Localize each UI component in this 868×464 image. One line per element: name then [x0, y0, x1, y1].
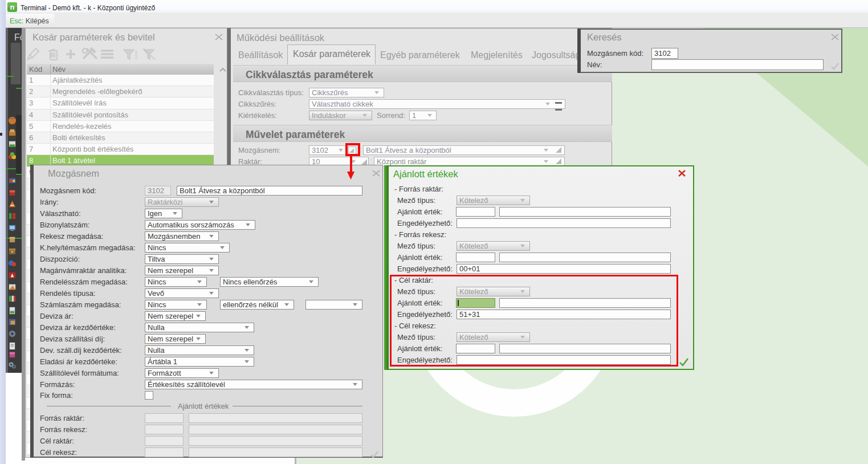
- svg-text:n: n: [10, 3, 15, 11]
